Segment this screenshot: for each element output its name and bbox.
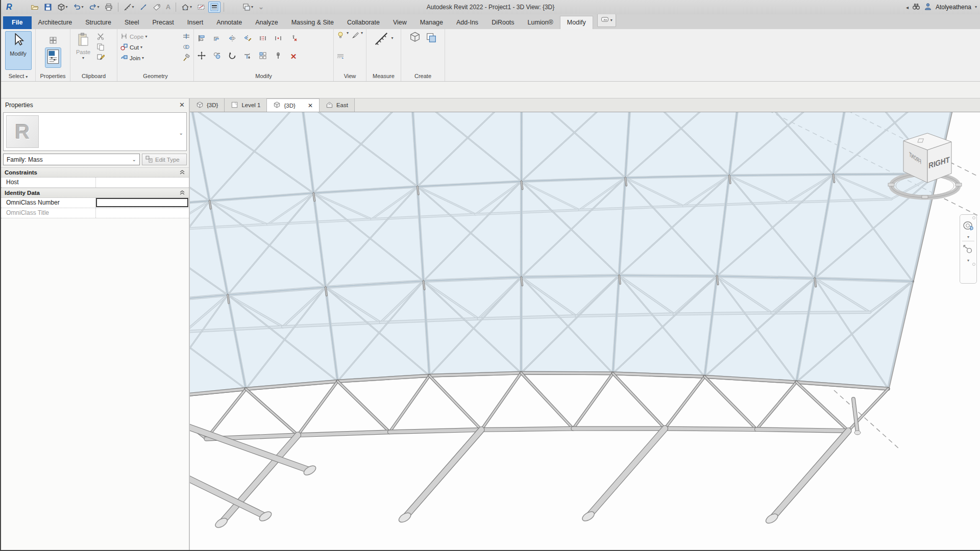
trim-extend-icon[interactable] (243, 52, 252, 62)
hide-elements-icon[interactable] (336, 52, 345, 62)
open-file-icon[interactable] (29, 2, 41, 13)
ribbon-tab-precast[interactable]: Precast (145, 16, 180, 29)
view-tab-east[interactable]: East (320, 98, 355, 112)
zoom-icon[interactable] (962, 243, 974, 258)
ribbon-tab-steel[interactable]: Steel (118, 16, 146, 29)
copy-icon[interactable] (213, 52, 221, 62)
ribbon-tab-file[interactable]: File (3, 16, 32, 29)
property-value[interactable] (96, 198, 189, 208)
print-icon[interactable] (103, 2, 115, 13)
mirror-draw-axis-icon[interactable] (243, 34, 252, 44)
ribbon-tab-manage[interactable]: Manage (413, 16, 450, 29)
ribbon-tab-insert[interactable]: Insert (181, 16, 210, 29)
ribbon-tab-annotate[interactable]: Annotate (210, 16, 249, 29)
ribbon-tab-lumion-[interactable]: Lumion® (521, 16, 560, 29)
offset-icon[interactable] (213, 34, 221, 44)
steering-wheel-icon[interactable] (962, 219, 974, 235)
property-value[interactable] (96, 178, 189, 187)
unpin-icon[interactable] (289, 34, 298, 44)
delete-icon[interactable]: ✕ (290, 52, 297, 61)
pin-icon[interactable] (274, 52, 282, 62)
close-properties-icon[interactable]: ✕ (179, 101, 185, 109)
undo-icon[interactable]: ▾ (71, 2, 86, 13)
rotate-icon[interactable] (228, 52, 236, 62)
revit-logo[interactable]: R (4, 2, 14, 13)
user-avatar-icon[interactable] (924, 3, 932, 12)
redo-icon[interactable]: ▾ (87, 2, 102, 13)
ribbon-tab-view[interactable]: View (386, 16, 413, 29)
ribbon-tab-massing-site[interactable]: Massing & Site (285, 16, 340, 29)
property-row-omniclass-number[interactable]: OmniClass Number (1, 198, 189, 208)
view-tab-level1[interactable]: Level 1 (225, 98, 267, 112)
default-3d-view-icon[interactable]: ▾ (179, 2, 194, 13)
view-tab-3d[interactable]: {3D}✕ (267, 98, 319, 112)
override-graphics-icon[interactable] (351, 31, 359, 41)
text-icon[interactable]: A (164, 2, 173, 12)
properties-icon[interactable] (45, 48, 61, 67)
switch-windows-icon[interactable]: ▾ (240, 2, 255, 13)
create-group-icon[interactable] (409, 31, 421, 46)
property-row-omniclass-title[interactable]: OmniClass Title (1, 208, 189, 218)
close-view-icon[interactable]: ✕ (308, 102, 313, 109)
ribbon-tab-analyze[interactable]: Analyze (249, 16, 284, 29)
view-tab-3d[interactable]: {3D} (190, 98, 225, 112)
ribbon-tab-structure[interactable]: Structure (79, 16, 118, 29)
measure-icon[interactable] (374, 31, 389, 48)
collapse-arrow-icon[interactable]: ◂ (906, 5, 909, 10)
join-button[interactable]: Join▾ (120, 53, 144, 63)
3d-model-view[interactable] (190, 112, 979, 550)
paste-button[interactable]: Paste▾ (73, 31, 93, 60)
properties-gray-icon[interactable] (49, 36, 57, 46)
section-header-constraints[interactable]: Constraints (1, 167, 189, 178)
tag-icon[interactable] (151, 2, 163, 13)
steering-wheel-caret-icon[interactable]: ▾ (967, 235, 969, 239)
active-value-input[interactable] (96, 198, 188, 207)
array-icon[interactable] (259, 52, 267, 62)
customize-qat-icon[interactable]: ⌄ (256, 2, 266, 12)
cut-to-clipboard-icon[interactable] (95, 31, 106, 41)
ribbon-state-toggle[interactable]: ▾ (597, 14, 616, 27)
beam-join-icon[interactable] (181, 31, 191, 41)
ribbon-tab-architecture[interactable]: Architecture (32, 16, 79, 29)
drawing-area[interactable]: RIGHTFRONT ▾ ▾ (190, 112, 980, 551)
wall-join-icon[interactable] (181, 42, 191, 52)
save-icon[interactable] (42, 2, 54, 13)
type-selector-preview[interactable]: R ⌄ (3, 112, 187, 151)
cope-button[interactable]: Cope▾ (120, 31, 148, 42)
type-selector-combo[interactable]: Family: Mass ⌄ (3, 154, 140, 165)
demolish-icon[interactable] (181, 53, 191, 63)
app-menu-icon[interactable] (15, 2, 28, 13)
move-icon[interactable] (198, 52, 206, 62)
viewcube[interactable]: RIGHTFRONT (874, 120, 976, 217)
split-element-icon[interactable] (259, 34, 267, 44)
measure-ruler-icon[interactable]: ▾ (121, 2, 136, 13)
ribbon-tab-diroots[interactable]: DiRoots (485, 16, 521, 29)
ribbon-tab-collaborate[interactable]: Collaborate (340, 16, 386, 29)
close-hidden-windows-icon[interactable] (227, 2, 239, 13)
type-selector-caret-icon[interactable]: ⌄ (179, 130, 183, 136)
section-header-identity-data[interactable]: Identity Data (1, 188, 189, 198)
edit-type-button[interactable]: Edit Type (142, 154, 187, 165)
select-panel-label[interactable]: Select ▾ (1, 72, 35, 81)
workset-box-icon[interactable]: ▾ (55, 2, 70, 13)
reveal-hidden-icon[interactable] (336, 31, 345, 41)
split-with-gap-icon[interactable] (274, 34, 282, 44)
section-icon[interactable] (195, 2, 207, 13)
signed-in-user[interactable]: Atolyeathena (936, 4, 971, 11)
create-similar-icon[interactable] (425, 31, 437, 46)
navbar-collapse-dot2-icon[interactable] (972, 263, 975, 266)
aligned-dimension-icon[interactable] (137, 2, 150, 13)
user-menu-caret-icon[interactable]: ▾ (975, 5, 977, 9)
cut-geometry-button[interactable]: Cut▾ (120, 42, 142, 53)
property-value[interactable] (96, 208, 189, 218)
zoom-caret-icon[interactable]: ▾ (967, 258, 969, 263)
match-type-icon[interactable] (95, 53, 106, 63)
property-row-host[interactable]: Host (1, 178, 189, 188)
ribbon-tab-add-ins[interactable]: Add-Ins (450, 16, 485, 29)
thin-lines-icon[interactable] (208, 2, 220, 13)
modify-button[interactable]: Modify (5, 31, 32, 70)
copy-to-clipboard-icon[interactable] (95, 42, 106, 52)
align-icon[interactable] (198, 34, 206, 44)
ribbon-tab-modify[interactable]: Modify (560, 16, 593, 29)
mirror-pick-axis-icon[interactable] (228, 34, 236, 44)
